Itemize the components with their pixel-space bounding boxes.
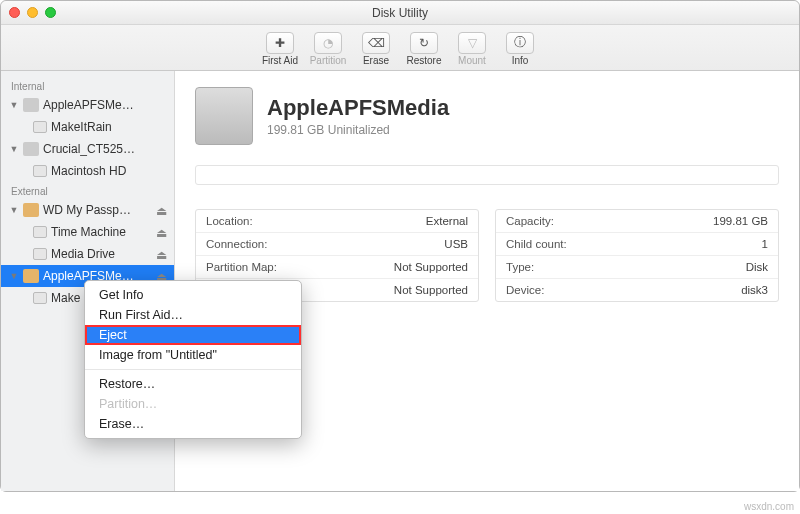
pie-icon: ◔ [314,32,342,54]
volume-icon [33,121,47,133]
erase-button[interactable]: ⌫Erase [353,30,399,66]
sidebar-disk-external-0[interactable]: ▼ WD My Passp… ⏏ [1,199,174,221]
volume-icon [33,226,47,238]
menu-restore[interactable]: Restore… [85,374,301,394]
stethoscope-icon: ✚ [266,32,294,54]
erase-icon: ⌫ [362,32,390,54]
close-icon[interactable] [9,7,20,18]
prop-row: Child count:1 [496,233,778,256]
menu-separator [85,369,301,370]
chevron-down-icon[interactable]: ▼ [9,144,19,154]
chevron-down-icon[interactable]: ▼ [9,100,19,110]
prop-row: Partition Map:Not Supported [196,256,478,279]
volume-icon [33,292,47,304]
eject-icon[interactable]: ⏏ [156,204,168,216]
menu-image-from[interactable]: Image from "Untitled" [85,345,301,365]
sidebar-volume[interactable]: Macintosh HD [1,160,174,182]
menu-run-first-aid[interactable]: Run First Aid… [85,305,301,325]
sidebar-disk-internal-0[interactable]: ▼ AppleAPFSMe… [1,94,174,116]
volume-subtitle: 199.81 GB Uninitalized [267,123,449,137]
properties-right: Capacity:199.81 GB Child count:1 Type:Di… [495,209,779,302]
window-title: Disk Utility [372,6,428,20]
zoom-icon[interactable] [45,7,56,18]
prop-row: Type:Disk [496,256,778,279]
prop-row: Device:disk3 [496,279,778,301]
partition-button: ◔Partition [305,30,351,66]
eject-icon[interactable]: ⏏ [156,226,168,238]
restore-icon: ↻ [410,32,438,54]
chevron-down-icon[interactable]: ▼ [9,271,19,281]
watermark: wsxdn.com [744,501,794,512]
info-icon: ⓘ [506,32,534,54]
prop-row: Capacity:199.81 GB [496,210,778,233]
sidebar-volume[interactable]: Time Machine ⏏ [1,221,174,243]
menu-get-info[interactable]: Get Info [85,285,301,305]
restore-button[interactable]: ↻Restore [401,30,447,66]
eject-icon[interactable]: ⏏ [156,248,168,260]
volume-icon [33,165,47,177]
context-menu: Get Info Run First Aid… Eject Image from… [84,280,302,439]
volume-name: AppleAPFSMedia [267,95,449,121]
prop-row: Location:External [196,210,478,233]
info-button[interactable]: ⓘInfo [497,30,543,66]
disk-icon [23,203,39,217]
sidebar-volume[interactable]: Media Drive ⏏ [1,243,174,265]
chevron-down-icon[interactable]: ▼ [9,205,19,215]
disk-icon [23,142,39,156]
menu-partition: Partition… [85,394,301,414]
toolbar: ✚First Aid ◔Partition ⌫Erase ↻Restore ▽M… [1,25,799,71]
sidebar-disk-internal-1[interactable]: ▼ Crucial_CT525… [1,138,174,160]
sidebar-heading-external: External [1,182,174,199]
capacity-bar [195,165,779,185]
volume-icon [33,248,47,260]
disk-icon [23,98,39,112]
menu-eject[interactable]: Eject [85,325,301,345]
prop-row: Connection:USB [196,233,478,256]
mount-icon: ▽ [458,32,486,54]
sidebar-volume[interactable]: MakeItRain [1,116,174,138]
first-aid-button[interactable]: ✚First Aid [257,30,303,66]
disk-icon [23,269,39,283]
window-controls [9,7,56,18]
mount-button: ▽Mount [449,30,495,66]
titlebar: Disk Utility [1,1,799,25]
minimize-icon[interactable] [27,7,38,18]
large-disk-icon [195,87,253,145]
menu-erase[interactable]: Erase… [85,414,301,434]
sidebar-heading-internal: Internal [1,77,174,94]
